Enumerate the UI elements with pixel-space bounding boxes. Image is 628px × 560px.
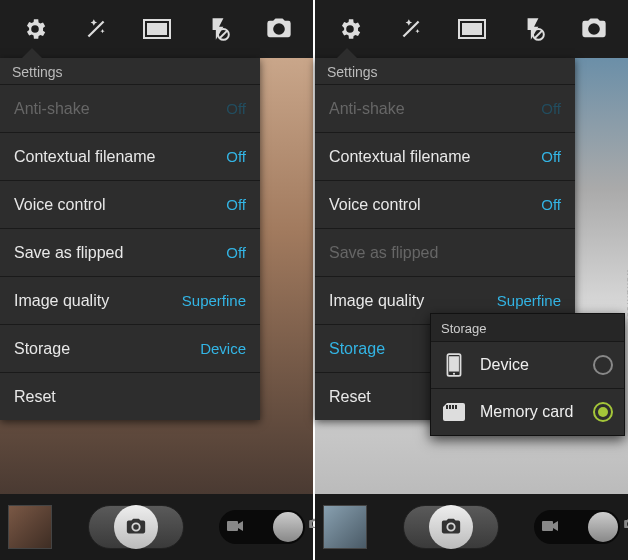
row-storage[interactable]: Storage Device — [0, 324, 260, 372]
storage-popup: Storage Device Memory card — [430, 313, 625, 436]
row-label: Save as flipped — [329, 243, 561, 263]
row-contextual-filename[interactable]: Contextual filename Off — [315, 132, 575, 180]
switch-knob — [588, 512, 618, 542]
settings-panel: Settings Anti-shake Off Contextual filen… — [0, 58, 260, 420]
svg-rect-1 — [147, 23, 167, 35]
row-label: Voice control — [329, 195, 531, 215]
mode-switch[interactable] — [534, 510, 620, 544]
svg-point-17 — [448, 524, 454, 530]
gear-icon[interactable] — [19, 13, 51, 45]
switch-camera-icon[interactable] — [263, 13, 295, 45]
row-contextual-filename[interactable]: Contextual filename Off — [0, 132, 260, 180]
flash-off-icon[interactable] — [202, 13, 234, 45]
svg-rect-18 — [542, 521, 553, 531]
option-label: Device — [480, 356, 593, 374]
shutter-button[interactable] — [403, 505, 499, 549]
row-reset[interactable]: Reset — [0, 372, 260, 420]
storage-option-memory-card[interactable]: Memory card — [431, 388, 624, 435]
rectangle-icon[interactable] — [456, 13, 488, 45]
row-value: Superfine — [497, 292, 561, 309]
row-value: Off — [541, 196, 561, 213]
row-label: Contextual filename — [14, 147, 216, 167]
row-value: Off — [226, 244, 246, 261]
row-label: Anti-shake — [14, 99, 216, 119]
row-value: Off — [541, 148, 561, 165]
row-label: Anti-shake — [329, 99, 531, 119]
row-value: Off — [541, 100, 561, 117]
gallery-thumbnail[interactable] — [323, 505, 367, 549]
camera-small-icon — [622, 517, 628, 535]
storage-option-device[interactable]: Device — [431, 341, 624, 388]
row-save-as-flipped: Save as flipped — [315, 228, 575, 276]
camera-icon — [429, 505, 473, 549]
svg-line-9 — [534, 31, 542, 39]
bottom-bar — [315, 494, 628, 560]
svg-rect-14 — [449, 405, 451, 409]
mode-switch[interactable] — [219, 510, 305, 544]
row-value: Off — [226, 148, 246, 165]
row-value: Superfine — [182, 292, 246, 309]
camera-toolbar — [315, 0, 628, 58]
radio-unselected — [593, 355, 613, 375]
svg-rect-13 — [446, 405, 448, 409]
row-voice-control[interactable]: Voice control Off — [315, 180, 575, 228]
bottom-bar — [0, 494, 313, 560]
camera-toolbar — [0, 0, 313, 58]
gear-icon[interactable] — [334, 13, 366, 45]
flash-off-icon[interactable] — [517, 13, 549, 45]
panel-title: Settings — [315, 58, 575, 84]
video-icon — [542, 520, 558, 535]
viewfinder[interactable]: Settings Anti-shake Off Contextual filen… — [315, 58, 628, 494]
wand-icon[interactable] — [395, 13, 427, 45]
svg-rect-11 — [449, 356, 459, 371]
svg-point-4 — [133, 524, 139, 530]
panel-title: Settings — [0, 58, 260, 84]
row-anti-shake[interactable]: Anti-shake Off — [0, 84, 260, 132]
camera-icon — [114, 505, 158, 549]
svg-rect-7 — [462, 23, 482, 35]
popup-title: Storage — [431, 314, 624, 341]
switch-knob — [273, 512, 303, 542]
row-anti-shake[interactable]: Anti-shake Off — [315, 84, 575, 132]
panel-pointer — [337, 48, 357, 58]
panel-pointer — [22, 48, 42, 58]
row-label: Image quality — [329, 291, 487, 311]
switch-camera-icon[interactable] — [578, 13, 610, 45]
row-voice-control[interactable]: Voice control Off — [0, 180, 260, 228]
svg-line-3 — [219, 31, 227, 39]
row-value: Off — [226, 196, 246, 213]
svg-rect-16 — [455, 405, 457, 409]
option-label: Memory card — [480, 403, 593, 421]
row-label: Image quality — [14, 291, 172, 311]
row-label: Contextual filename — [329, 147, 531, 167]
row-label: Reset — [14, 387, 246, 407]
screen-left: Settings Anti-shake Off Contextual filen… — [0, 0, 313, 560]
video-icon — [227, 520, 243, 535]
phone-icon — [442, 353, 466, 377]
shutter-button[interactable] — [88, 505, 184, 549]
screen-right: Settings Anti-shake Off Contextual filen… — [315, 0, 628, 560]
rectangle-icon[interactable] — [141, 13, 173, 45]
svg-rect-5 — [227, 521, 238, 531]
row-value: Device — [200, 340, 246, 357]
viewfinder[interactable]: Settings Anti-shake Off Contextual filen… — [0, 58, 313, 494]
wand-icon[interactable] — [80, 13, 112, 45]
svg-rect-15 — [452, 405, 454, 409]
row-image-quality[interactable]: Image quality Superfine — [0, 276, 260, 324]
row-label: Save as flipped — [14, 243, 216, 263]
row-save-as-flipped[interactable]: Save as flipped Off — [0, 228, 260, 276]
radio-selected — [593, 402, 613, 422]
row-value: Off — [226, 100, 246, 117]
row-label: Voice control — [14, 195, 216, 215]
sdcard-icon — [442, 400, 466, 424]
svg-point-12 — [453, 373, 455, 375]
row-label: Storage — [14, 339, 190, 359]
gallery-thumbnail[interactable] — [8, 505, 52, 549]
